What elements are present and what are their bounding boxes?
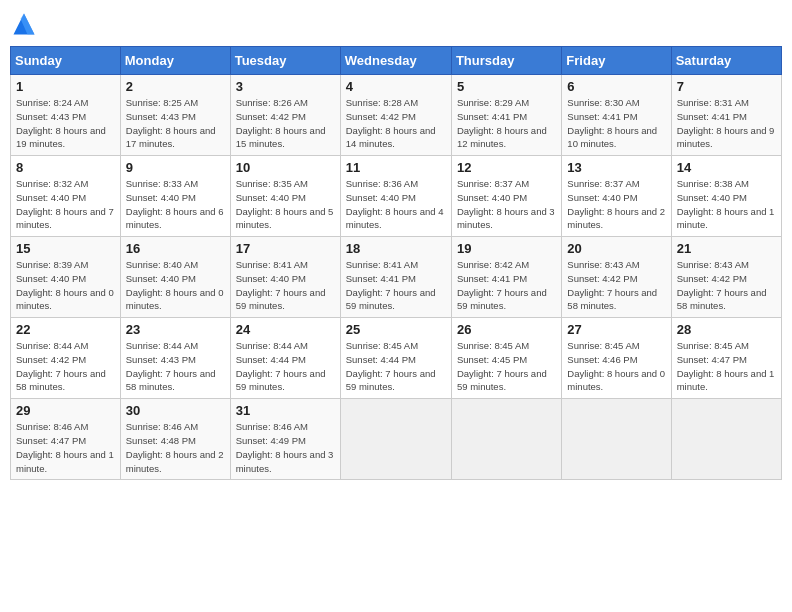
- day-number: 5: [457, 79, 556, 94]
- day-number: 12: [457, 160, 556, 175]
- day-detail: Sunrise: 8:33 AMSunset: 4:40 PMDaylight:…: [126, 177, 225, 232]
- day-number: 8: [16, 160, 115, 175]
- day-number: 30: [126, 403, 225, 418]
- day-detail: Sunrise: 8:40 AMSunset: 4:40 PMDaylight:…: [126, 258, 225, 313]
- calendar-cell: 27Sunrise: 8:45 AMSunset: 4:46 PMDayligh…: [562, 318, 671, 399]
- day-detail: Sunrise: 8:43 AMSunset: 4:42 PMDaylight:…: [677, 258, 776, 313]
- day-detail: Sunrise: 8:26 AMSunset: 4:42 PMDaylight:…: [236, 96, 335, 151]
- calendar-cell: 31Sunrise: 8:46 AMSunset: 4:49 PMDayligh…: [230, 399, 340, 480]
- day-detail: Sunrise: 8:38 AMSunset: 4:40 PMDaylight:…: [677, 177, 776, 232]
- calendar-week-row: 22Sunrise: 8:44 AMSunset: 4:42 PMDayligh…: [11, 318, 782, 399]
- day-number: 19: [457, 241, 556, 256]
- calendar-cell: 4Sunrise: 8:28 AMSunset: 4:42 PMDaylight…: [340, 75, 451, 156]
- day-detail: Sunrise: 8:46 AMSunset: 4:49 PMDaylight:…: [236, 420, 335, 475]
- calendar-cell: 10Sunrise: 8:35 AMSunset: 4:40 PMDayligh…: [230, 156, 340, 237]
- calendar-cell: 3Sunrise: 8:26 AMSunset: 4:42 PMDaylight…: [230, 75, 340, 156]
- day-detail: Sunrise: 8:43 AMSunset: 4:42 PMDaylight:…: [567, 258, 665, 313]
- day-detail: Sunrise: 8:39 AMSunset: 4:40 PMDaylight:…: [16, 258, 115, 313]
- day-number: 15: [16, 241, 115, 256]
- calendar-day-header: Monday: [120, 47, 230, 75]
- calendar-day-header: Saturday: [671, 47, 781, 75]
- day-number: 31: [236, 403, 335, 418]
- calendar-cell: 11Sunrise: 8:36 AMSunset: 4:40 PMDayligh…: [340, 156, 451, 237]
- calendar-cell: 25Sunrise: 8:45 AMSunset: 4:44 PMDayligh…: [340, 318, 451, 399]
- day-number: 21: [677, 241, 776, 256]
- day-number: 28: [677, 322, 776, 337]
- calendar-cell: 28Sunrise: 8:45 AMSunset: 4:47 PMDayligh…: [671, 318, 781, 399]
- day-number: 27: [567, 322, 665, 337]
- day-detail: Sunrise: 8:25 AMSunset: 4:43 PMDaylight:…: [126, 96, 225, 151]
- day-number: 16: [126, 241, 225, 256]
- day-number: 13: [567, 160, 665, 175]
- calendar-cell: 24Sunrise: 8:44 AMSunset: 4:44 PMDayligh…: [230, 318, 340, 399]
- day-number: 20: [567, 241, 665, 256]
- logo-icon: [10, 10, 38, 38]
- day-number: 6: [567, 79, 665, 94]
- calendar-cell: 13Sunrise: 8:37 AMSunset: 4:40 PMDayligh…: [562, 156, 671, 237]
- calendar-cell: 8Sunrise: 8:32 AMSunset: 4:40 PMDaylight…: [11, 156, 121, 237]
- calendar-cell: 15Sunrise: 8:39 AMSunset: 4:40 PMDayligh…: [11, 237, 121, 318]
- calendar-cell: 12Sunrise: 8:37 AMSunset: 4:40 PMDayligh…: [451, 156, 561, 237]
- calendar-cell: 16Sunrise: 8:40 AMSunset: 4:40 PMDayligh…: [120, 237, 230, 318]
- day-detail: Sunrise: 8:32 AMSunset: 4:40 PMDaylight:…: [16, 177, 115, 232]
- calendar-table: SundayMondayTuesdayWednesdayThursdayFrid…: [10, 46, 782, 480]
- calendar-week-row: 8Sunrise: 8:32 AMSunset: 4:40 PMDaylight…: [11, 156, 782, 237]
- calendar-day-header: Tuesday: [230, 47, 340, 75]
- calendar-cell: 26Sunrise: 8:45 AMSunset: 4:45 PMDayligh…: [451, 318, 561, 399]
- day-number: 9: [126, 160, 225, 175]
- day-detail: Sunrise: 8:30 AMSunset: 4:41 PMDaylight:…: [567, 96, 665, 151]
- day-number: 22: [16, 322, 115, 337]
- day-number: 1: [16, 79, 115, 94]
- calendar-cell: 20Sunrise: 8:43 AMSunset: 4:42 PMDayligh…: [562, 237, 671, 318]
- day-number: 7: [677, 79, 776, 94]
- day-detail: Sunrise: 8:44 AMSunset: 4:42 PMDaylight:…: [16, 339, 115, 394]
- day-detail: Sunrise: 8:29 AMSunset: 4:41 PMDaylight:…: [457, 96, 556, 151]
- calendar-week-row: 15Sunrise: 8:39 AMSunset: 4:40 PMDayligh…: [11, 237, 782, 318]
- day-number: 23: [126, 322, 225, 337]
- calendar-cell: 7Sunrise: 8:31 AMSunset: 4:41 PMDaylight…: [671, 75, 781, 156]
- day-detail: Sunrise: 8:45 AMSunset: 4:47 PMDaylight:…: [677, 339, 776, 394]
- day-detail: Sunrise: 8:42 AMSunset: 4:41 PMDaylight:…: [457, 258, 556, 313]
- day-number: 10: [236, 160, 335, 175]
- day-number: 11: [346, 160, 446, 175]
- calendar-header-row: SundayMondayTuesdayWednesdayThursdayFrid…: [11, 47, 782, 75]
- calendar-cell: [451, 399, 561, 480]
- logo: [10, 10, 42, 38]
- day-detail: Sunrise: 8:44 AMSunset: 4:43 PMDaylight:…: [126, 339, 225, 394]
- day-detail: Sunrise: 8:44 AMSunset: 4:44 PMDaylight:…: [236, 339, 335, 394]
- calendar-body: 1Sunrise: 8:24 AMSunset: 4:43 PMDaylight…: [11, 75, 782, 480]
- calendar-cell: [562, 399, 671, 480]
- day-number: 25: [346, 322, 446, 337]
- day-detail: Sunrise: 8:45 AMSunset: 4:46 PMDaylight:…: [567, 339, 665, 394]
- day-number: 18: [346, 241, 446, 256]
- day-number: 17: [236, 241, 335, 256]
- day-number: 24: [236, 322, 335, 337]
- calendar-cell: 2Sunrise: 8:25 AMSunset: 4:43 PMDaylight…: [120, 75, 230, 156]
- calendar-week-row: 1Sunrise: 8:24 AMSunset: 4:43 PMDaylight…: [11, 75, 782, 156]
- day-detail: Sunrise: 8:46 AMSunset: 4:47 PMDaylight:…: [16, 420, 115, 475]
- calendar-day-header: Sunday: [11, 47, 121, 75]
- day-detail: Sunrise: 8:46 AMSunset: 4:48 PMDaylight:…: [126, 420, 225, 475]
- calendar-cell: 17Sunrise: 8:41 AMSunset: 4:40 PMDayligh…: [230, 237, 340, 318]
- calendar-cell: 19Sunrise: 8:42 AMSunset: 4:41 PMDayligh…: [451, 237, 561, 318]
- calendar-cell: 5Sunrise: 8:29 AMSunset: 4:41 PMDaylight…: [451, 75, 561, 156]
- day-number: 4: [346, 79, 446, 94]
- day-detail: Sunrise: 8:36 AMSunset: 4:40 PMDaylight:…: [346, 177, 446, 232]
- day-number: 2: [126, 79, 225, 94]
- calendar-cell: [340, 399, 451, 480]
- day-detail: Sunrise: 8:35 AMSunset: 4:40 PMDaylight:…: [236, 177, 335, 232]
- calendar-cell: 29Sunrise: 8:46 AMSunset: 4:47 PMDayligh…: [11, 399, 121, 480]
- calendar-day-header: Friday: [562, 47, 671, 75]
- calendar-week-row: 29Sunrise: 8:46 AMSunset: 4:47 PMDayligh…: [11, 399, 782, 480]
- calendar-cell: 14Sunrise: 8:38 AMSunset: 4:40 PMDayligh…: [671, 156, 781, 237]
- day-detail: Sunrise: 8:37 AMSunset: 4:40 PMDaylight:…: [567, 177, 665, 232]
- calendar-cell: [671, 399, 781, 480]
- day-detail: Sunrise: 8:45 AMSunset: 4:45 PMDaylight:…: [457, 339, 556, 394]
- day-detail: Sunrise: 8:41 AMSunset: 4:40 PMDaylight:…: [236, 258, 335, 313]
- page-header: [10, 10, 782, 38]
- day-number: 14: [677, 160, 776, 175]
- calendar-cell: 23Sunrise: 8:44 AMSunset: 4:43 PMDayligh…: [120, 318, 230, 399]
- calendar-cell: 18Sunrise: 8:41 AMSunset: 4:41 PMDayligh…: [340, 237, 451, 318]
- calendar-day-header: Wednesday: [340, 47, 451, 75]
- day-number: 29: [16, 403, 115, 418]
